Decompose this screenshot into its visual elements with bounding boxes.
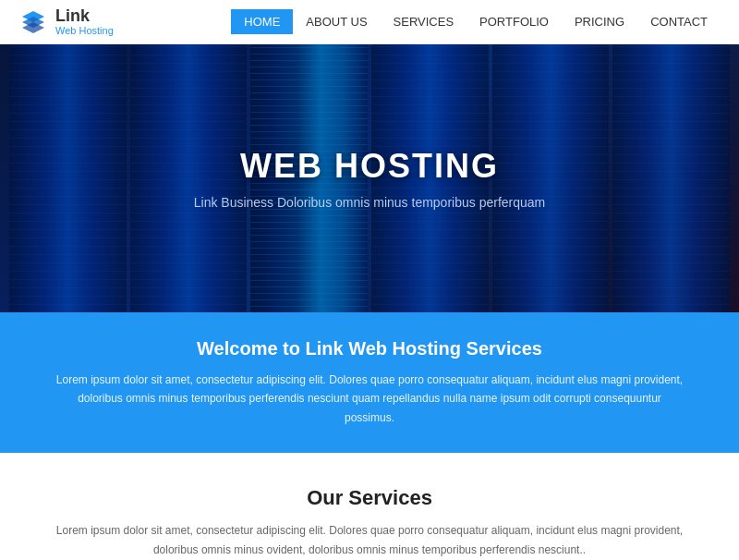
services-section: Our Services Lorem ipsum dolor sit amet,… xyxy=(0,453,739,560)
nav-services[interactable]: SERVICES xyxy=(381,9,467,34)
hero-title: WEB HOSTING xyxy=(194,147,546,186)
welcome-section: Welcome to Link Web Hosting Services Lor… xyxy=(0,312,739,453)
nav-about[interactable]: ABOUT US xyxy=(293,9,380,34)
logo: Link Web Hosting xyxy=(18,7,114,37)
nav-home[interactable]: HOME xyxy=(231,9,293,34)
header: Link Web Hosting HOME ABOUT US SERVICES … xyxy=(0,0,739,44)
main-nav: HOME ABOUT US SERVICES PORTFOLIO PRICING… xyxy=(231,9,721,34)
hero-content: WEB HOSTING Link Business Doloribus omni… xyxy=(194,147,546,210)
welcome-title: Welcome to Link Web Hosting Services xyxy=(55,338,684,359)
services-title: Our Services xyxy=(37,486,702,510)
nav-portfolio[interactable]: PORTFOLIO xyxy=(466,9,562,34)
services-text: Lorem ipsum dolor sit amet, consectetur … xyxy=(46,521,693,559)
hero-subtitle: Link Business Doloribus omnis minus temp… xyxy=(194,195,546,210)
hero-section: WEB HOSTING Link Business Doloribus omni… xyxy=(0,44,739,312)
welcome-text: Lorem ipsum dolor sit amet, consectetur … xyxy=(55,371,684,427)
logo-icon xyxy=(18,7,48,37)
nav-pricing[interactable]: PRICING xyxy=(562,9,637,34)
nav-contact[interactable]: CONTACT xyxy=(637,9,721,34)
logo-name: Link xyxy=(55,7,114,26)
logo-subtitle: Web Hosting xyxy=(55,25,114,36)
